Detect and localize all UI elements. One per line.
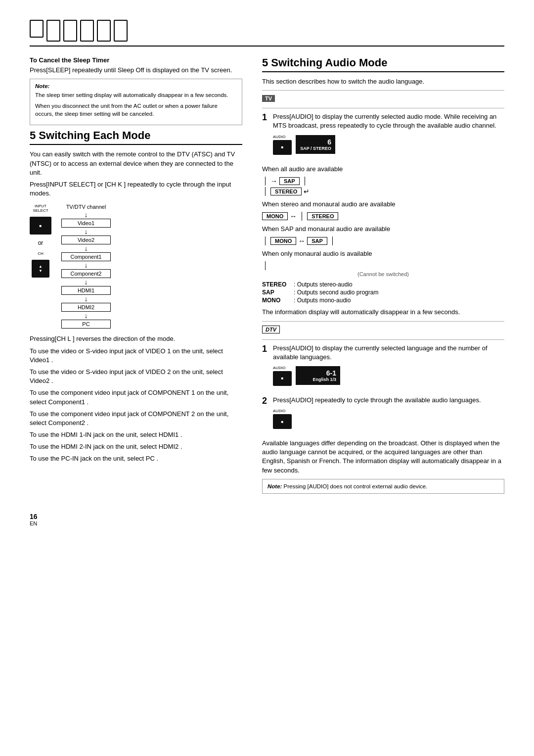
- section5-audio-intro: This section describes how to switch the…: [262, 77, 504, 86]
- tv-step1-block: 1 Press[AUDIO] to display the currently …: [262, 112, 504, 158]
- mono-label2: MONO: [270, 237, 296, 245]
- flow-arrow-3: ↓: [85, 262, 88, 269]
- all-audio-row2: STEREO ↵: [262, 187, 504, 196]
- vert-line-2: [305, 177, 305, 186]
- input-select-btn[interactable]: ■: [30, 217, 51, 235]
- desc-mono-row: MONO : Outputs mono-audio: [262, 297, 504, 304]
- dtv-desc: Available languages differ depending on …: [262, 439, 504, 475]
- dtv-step1-content: Press[AUDIO] to display the currently se…: [273, 344, 504, 390]
- header-boxes: [30, 20, 128, 42]
- section5-each-intro: You can easily switch with the remote co…: [30, 150, 242, 177]
- sap-mono-diagram: MONO ↔ SAP: [262, 236, 504, 245]
- tv-audio-btn[interactable]: ■: [273, 140, 292, 155]
- dtv-note-box: Note: Pressing [AUDIO] does not control …: [262, 479, 504, 494]
- all-audio-label: When all audio are available: [262, 165, 504, 174]
- tv-step1-text: Press[AUDIO] to display the currently se…: [273, 112, 504, 130]
- flow-item-2: Component1: [61, 252, 111, 261]
- section5-each-title-text: 5 Switching Each Mode: [30, 129, 150, 142]
- all-audio-diagram: → SAP STEREO ↵: [262, 177, 504, 196]
- flow-item-6: PC: [61, 320, 111, 329]
- flow-item-3: Component2: [61, 269, 111, 278]
- vert-line-7: [265, 261, 266, 270]
- flow-arrow-6: ↓: [85, 312, 88, 319]
- page-wrapper: To Cancel the Sleep Timer Press[SLEEP] r…: [30, 20, 504, 526]
- section5-each-press: Press[INPUT SELECT] or [CH K ] repeatedl…: [30, 180, 242, 198]
- dtv-step1-diagram: AUDIO ■ 6-1 English 1/3: [273, 366, 504, 386]
- dtv-step2-audio-row: AUDIO ■: [273, 409, 481, 429]
- flow-arrow-1: ↓: [85, 228, 88, 235]
- header-box-5: [97, 20, 111, 42]
- tv-step1-num: 1: [262, 112, 267, 123]
- tv-audio-label: AUDIO: [273, 135, 292, 139]
- tv-display-sub: SAP / STEREO: [300, 146, 331, 151]
- input-label: INPUTSELECT: [33, 204, 48, 213]
- vert-line-4: [302, 212, 302, 221]
- sleep-note-box: Note: The sleep timer setting display wi…: [30, 79, 242, 125]
- sleep-note-line1: The sleep timer setting display will aut…: [35, 91, 237, 99]
- dtv-note-title: Note:: [267, 483, 282, 489]
- arrow-left-1: ↵: [304, 188, 310, 195]
- tv-step1-content: Press[AUDIO] to display the currently se…: [273, 112, 504, 158]
- ch-btn[interactable]: ▲▼: [32, 260, 49, 278]
- both-arrow: ↔: [290, 212, 297, 220]
- mono-box: MONO: [262, 212, 288, 220]
- desc-line-0: Pressing[CH L ] reverses the direction o…: [30, 334, 242, 343]
- both-arrow2: ↔: [298, 237, 305, 245]
- dtv2-audio-btn[interactable]: ■: [273, 414, 292, 429]
- stereo-mono-label: When stereo and monaural audio are avail…: [262, 200, 504, 209]
- stereo-mono-diagram: MONO ↔ STEREO: [262, 212, 504, 221]
- flow-arrow-4: ↓: [85, 279, 88, 285]
- dtv2-audio-label: AUDIO: [273, 409, 292, 413]
- sap-label: SAP: [307, 237, 327, 245]
- section5-audio-title-text: 5 Switching Audio Mode: [262, 56, 387, 69]
- desc-stereo-val: : Outputs stereo-audio: [294, 281, 353, 288]
- header-box-6: [114, 20, 128, 42]
- tv-label: TV: [262, 95, 275, 102]
- input-diagram: INPUTSELECT ■ or CH ▲▼ TV/DTV channel ↓ …: [30, 204, 242, 329]
- stereo-box: STEREO: [270, 188, 302, 195]
- dtv-display: 6-1 English 1/3: [296, 366, 340, 385]
- dtv-audio-btn[interactable]: ■: [273, 371, 292, 386]
- flow-chart: TV/DTV channel ↓ Video1 ↓ Video2 ↓ Compo…: [61, 204, 111, 329]
- dtv-step1-num: 1: [262, 344, 267, 355]
- all-audio-row1: → SAP: [262, 177, 504, 186]
- dtv-step2-content: Press[AUDIO] repeatedly to cycle through…: [273, 396, 481, 433]
- desc-table: STEREO : Outputs stereo-audio SAP : Outp…: [262, 281, 504, 304]
- dtv-audio-label: AUDIO: [273, 366, 292, 370]
- desc-line-4: To use the component video input jack of…: [30, 410, 242, 427]
- page-header: [30, 20, 504, 47]
- desc-line-5: To use the HDMI 1-IN jack on the unit, s…: [30, 430, 242, 439]
- stereo-mono-row: MONO ↔ STEREO: [262, 212, 504, 221]
- vert-line-5: [265, 236, 266, 245]
- sleep-cancel-body: Press[SLEEP] repeatedly until Sleep Off …: [30, 66, 242, 75]
- page-number: 16: [30, 513, 504, 520]
- right-column: 5 Switching Audio Mode This section desc…: [262, 56, 504, 498]
- header-box-2: [46, 20, 60, 42]
- mono-only-diagram: (Cannot be switched): [262, 261, 504, 277]
- locale-label: EN: [30, 520, 504, 526]
- dtv-note-text: Pressing [AUDIO] does not control extern…: [284, 483, 428, 489]
- dtv-step1-block: 1 Press[AUDIO] to display the currently …: [262, 344, 504, 390]
- flow-item-5: HDMI2: [61, 303, 111, 312]
- header-box-3: [63, 20, 77, 42]
- mono-only-label: When only monaural audio is available: [262, 249, 504, 258]
- vert-line-6: [332, 236, 333, 245]
- flow-item-4: HDMI1: [61, 286, 111, 295]
- tv-divider2: [262, 108, 504, 108]
- flow-item-0: Video1: [61, 219, 111, 228]
- tv-display: 6 SAP / STEREO: [296, 135, 335, 154]
- sleep-note-title: Note:: [35, 83, 237, 89]
- dtv-divider2: [262, 339, 504, 340]
- ch-label: CH: [38, 251, 44, 256]
- section5-audio-title: 5 Switching Audio Mode: [262, 56, 504, 72]
- vert-line-3: [265, 187, 266, 196]
- sleep-cancel-section: To Cancel the Sleep Timer Press[SLEEP] r…: [30, 56, 242, 125]
- dtv-step2-text: Press[AUDIO] repeatedly to cycle through…: [273, 396, 481, 405]
- flow-arrow-5: ↓: [85, 295, 88, 302]
- or-text: or: [38, 239, 44, 246]
- desc-mono-key: MONO: [262, 297, 292, 304]
- desc-line-2: To use the video or S-video input jack o…: [30, 368, 242, 385]
- desc-line-1: To use the video or S-video input jack o…: [30, 347, 242, 365]
- desc-sap-row: SAP : Outputs second audio program: [262, 289, 504, 296]
- input-buttons: INPUTSELECT ■ or CH ▲▼: [30, 204, 51, 278]
